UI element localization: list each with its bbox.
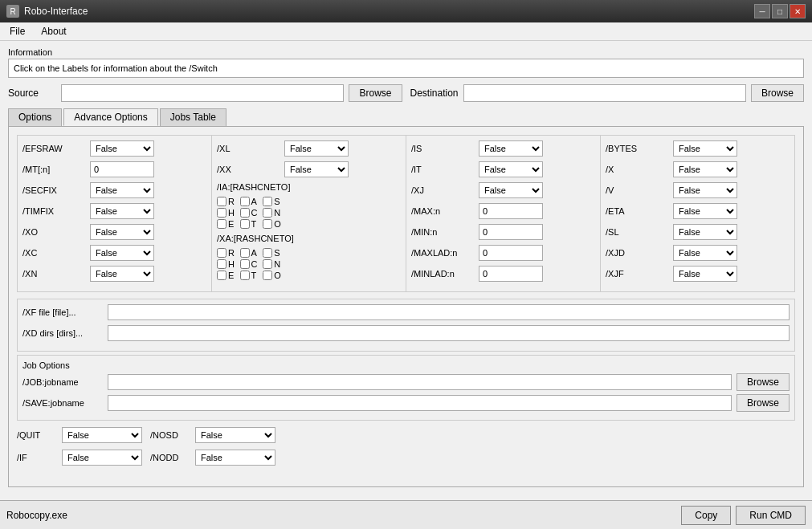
tab-options[interactable]: Options: [8, 108, 62, 126]
cmd-text: Robocopy.exe: [6, 510, 67, 521]
v-row: /V FalseTrue: [606, 182, 790, 198]
job-options-section: Job Options /JOB:jobname Browse /SAVE:jo…: [17, 355, 795, 421]
close-button[interactable]: ✕: [790, 4, 806, 18]
minlad-input[interactable]: [479, 266, 543, 282]
xa-n[interactable]: N: [263, 259, 281, 269]
bytes-select[interactable]: FalseTrue: [673, 140, 737, 157]
xn-row: /XN FalseTrue: [22, 266, 206, 282]
minlad-label: /MINLAD:n: [411, 269, 475, 279]
eta-select[interactable]: FalseTrue: [673, 203, 737, 219]
xo-label: /XO: [22, 227, 87, 237]
run-cmd-button[interactable]: Run CMD: [736, 506, 806, 525]
tab-advance-options[interactable]: Advance Options: [63, 108, 157, 126]
xa-o[interactable]: O: [263, 271, 281, 280]
nodd-label: /NODD: [150, 453, 190, 462]
v-label: /V: [606, 185, 670, 195]
sl-select[interactable]: FalseTrue: [673, 224, 737, 240]
save-name-input[interactable]: [108, 395, 732, 411]
maxn-label: /MAX:n: [411, 206, 475, 216]
xj-select[interactable]: FalseTrue: [479, 182, 543, 198]
ia-h[interactable]: H: [217, 208, 235, 218]
xa-a[interactable]: A: [240, 248, 259, 258]
if-label: /IF: [17, 453, 57, 462]
quit-select[interactable]: FalseTrue: [62, 427, 142, 443]
dest-label: Destination: [410, 87, 459, 99]
maxn-row: /MAX:n: [411, 203, 595, 219]
minimize-button[interactable]: ─: [754, 4, 770, 18]
file-menu[interactable]: File: [3, 24, 31, 39]
ia-t[interactable]: T: [240, 219, 259, 229]
timfix-select[interactable]: FalseTrue: [90, 203, 154, 219]
v-select[interactable]: FalseTrue: [673, 182, 737, 198]
dest-group: Destination Browse: [410, 84, 805, 102]
quit-label: /QUIT: [17, 430, 57, 440]
it-row: /IT FalseTrue: [411, 161, 595, 177]
xa-checkboxes: R A S H C N E T O: [217, 248, 281, 280]
options-col-3: /IS FalseTrue /IT FalseTrue /XJ FalseTru…: [406, 136, 601, 291]
ia-row: /IA:[RASHCNETO] R A S H C N E T O: [217, 182, 401, 229]
source-input[interactable]: [61, 84, 344, 102]
job-browse-button[interactable]: Browse: [737, 373, 790, 391]
job-name-input[interactable]: [108, 374, 732, 390]
efsraw-label: /EFSRAW: [22, 144, 87, 153]
xj-label: /XJ: [411, 185, 475, 195]
nosd-select[interactable]: FalseTrue: [195, 427, 275, 443]
bytes-label: /BYTES: [606, 144, 670, 153]
xc-select[interactable]: FalseTrue: [90, 245, 154, 261]
ia-a[interactable]: A: [240, 197, 259, 206]
if-group: /IF FalseTrue: [17, 450, 142, 466]
ia-o[interactable]: O: [263, 219, 281, 229]
minlad-row: /MINLAD:n: [411, 266, 595, 282]
options-col-2: /XL FalseTrue /XX FalseTrue /IA:[RASHCNE…: [212, 136, 406, 291]
title-bar: R Robo-Interface ─ □ ✕: [0, 0, 812, 22]
ia-e[interactable]: E: [217, 219, 235, 229]
xjf-select[interactable]: FalseTrue: [673, 266, 737, 282]
secfix-select[interactable]: FalseTrue: [90, 182, 154, 198]
timfix-row: /TIMFIX FalseTrue: [22, 203, 206, 219]
source-browse-button[interactable]: Browse: [349, 84, 402, 102]
xx-select[interactable]: FalseTrue: [284, 161, 349, 177]
maxn-input[interactable]: [479, 203, 543, 219]
mt-input[interactable]: [90, 161, 154, 177]
ia-n[interactable]: N: [263, 208, 281, 218]
xa-t[interactable]: T: [240, 271, 259, 280]
xf-input[interactable]: [108, 304, 790, 320]
minn-input[interactable]: [479, 224, 543, 240]
nodd-select[interactable]: FalseTrue: [195, 450, 275, 466]
it-select[interactable]: FalseTrue: [479, 161, 543, 177]
copy-button[interactable]: Copy: [681, 506, 731, 525]
dest-browse-button[interactable]: Browse: [751, 84, 804, 102]
info-label: Information: [8, 47, 804, 57]
bottom-bar: Robocopy.exe Copy Run CMD: [0, 500, 812, 529]
xa-e[interactable]: E: [217, 271, 235, 280]
xjf-row: /XJF FalseTrue: [606, 266, 790, 282]
ia-r[interactable]: R: [217, 197, 235, 206]
xjf-label: /XJF: [606, 269, 670, 279]
if-select[interactable]: FalseTrue: [62, 450, 142, 466]
about-menu[interactable]: About: [35, 24, 72, 39]
is-select[interactable]: FalseTrue: [479, 140, 543, 157]
app-icon: R: [6, 5, 19, 18]
xl-select[interactable]: FalseTrue: [284, 140, 349, 157]
xa-r[interactable]: R: [217, 248, 235, 258]
xa-h[interactable]: H: [217, 259, 235, 269]
xjd-select[interactable]: FalseTrue: [673, 245, 737, 261]
maxlad-input[interactable]: [479, 245, 543, 261]
xn-select[interactable]: FalseTrue: [90, 266, 154, 282]
maximize-button[interactable]: □: [772, 4, 788, 18]
save-browse-button[interactable]: Browse: [737, 394, 790, 412]
xa-s[interactable]: S: [263, 248, 281, 258]
ia-s[interactable]: S: [263, 197, 281, 206]
efsraw-select[interactable]: FalseTrue: [90, 140, 154, 157]
dest-input[interactable]: [463, 84, 746, 102]
tab-content: /EFSRAW FalseTrue /MT[:n] /SECFIX FalseT…: [8, 126, 804, 487]
tab-jobs-table[interactable]: Jobs Table: [160, 108, 226, 126]
save-name-label: /SAVE:jobname: [22, 398, 103, 408]
save-name-row: /SAVE:jobname Browse: [22, 394, 790, 412]
xd-input[interactable]: [108, 325, 790, 341]
xa-c[interactable]: C: [240, 259, 259, 269]
xo-select[interactable]: FalseTrue: [90, 224, 154, 240]
mt-row: /MT[:n]: [22, 161, 206, 177]
ia-c[interactable]: C: [240, 208, 259, 218]
x-select[interactable]: FalseTrue: [673, 161, 737, 177]
